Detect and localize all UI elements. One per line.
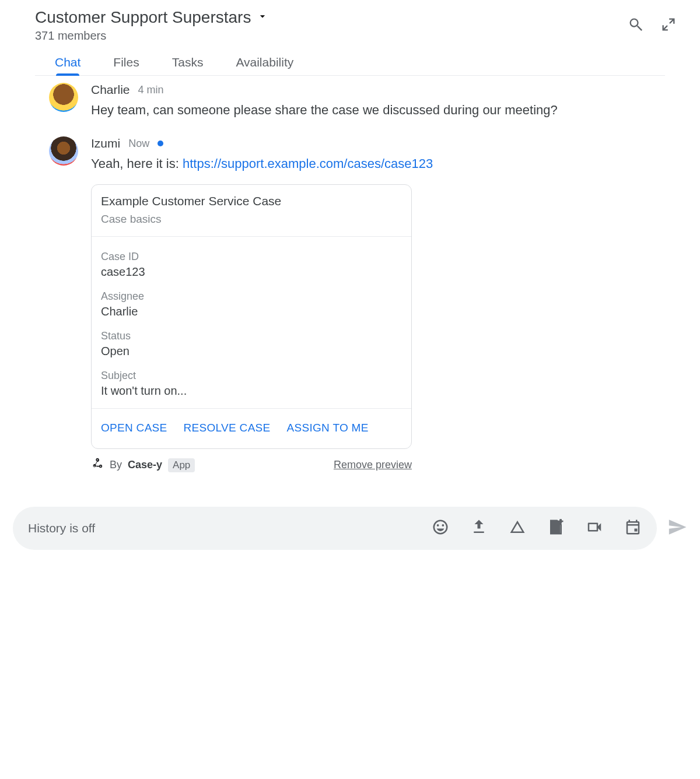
tab-chat[interactable]: Chat [55,55,80,75]
composer-row: History is off [0,489,700,550]
app-name: Case-y [128,459,162,471]
composer-icons [432,518,642,538]
status-dot-icon [158,141,163,146]
card-title: Example Customer Service Case [101,194,402,208]
composer-placeholder: History is off [28,521,427,535]
tab-label: Tasks [172,55,204,69]
emoji-icon[interactable] [432,518,449,538]
new-doc-icon[interactable] [547,518,565,538]
field-label: Status [101,330,402,342]
member-count: 371 members [35,29,665,43]
message-header: Charlie 4 min [91,83,665,97]
webhook-icon [91,457,104,473]
preview-attribution: By Case-y App [91,457,195,473]
message: Izumi Now Yeah, here it is: https://supp… [49,136,665,473]
field-value: Charlie [101,305,402,318]
field-value: It won't turn on... [101,384,402,398]
message-text: Yeah, here it is: https://support.exampl… [91,154,665,174]
field-label: Assignee [101,290,402,303]
room-title-row[interactable]: Customer Support Superstars [35,8,665,27]
app-badge: App [168,458,195,472]
remove-preview-button[interactable]: Remove preview [334,459,412,471]
tab-tasks[interactable]: Tasks [172,55,204,75]
by-text: By [110,459,122,471]
field-label: Case ID [101,251,402,263]
drive-icon[interactable] [509,518,526,538]
message: Charlie 4 min Hey team, can someone plea… [49,83,665,120]
link-preview-card: Example Customer Service Case Case basic… [91,184,412,449]
video-icon[interactable] [586,518,603,538]
avatar[interactable] [49,136,78,166]
upload-icon[interactable] [470,518,488,538]
assign-to-me-button[interactable]: ASSIGN TO ME [287,422,369,434]
preview-footer: By Case-y App Remove preview [91,457,412,473]
message-body: Charlie 4 min Hey team, can someone plea… [91,83,665,120]
tab-label: Availability [236,55,293,69]
tab-files[interactable]: Files [113,55,139,75]
message-list: Charlie 4 min Hey team, can someone plea… [0,76,700,473]
card-field: Assignee Charlie [101,290,402,318]
card-header: Example Customer Service Case Case basic… [92,185,411,237]
case-link[interactable]: https://support.example.com/cases/case12… [183,156,433,171]
search-icon[interactable] [628,16,644,35]
header-actions [628,16,677,35]
open-case-button[interactable]: OPEN CASE [101,422,167,434]
message-time: Now [128,138,149,150]
message-text: Hey team, can someone please share the c… [91,100,665,120]
field-label: Subject [101,370,402,382]
field-value: Open [101,345,402,358]
message-body: Izumi Now Yeah, here it is: https://supp… [91,136,665,473]
tabs: Chat Files Tasks Availability [35,43,665,76]
send-icon[interactable] [667,517,687,539]
chevron-down-icon[interactable] [257,10,268,24]
tab-label: Files [113,55,139,69]
message-author: Izumi [91,136,120,150]
card-subtitle: Case basics [101,213,402,226]
card-field: Status Open [101,330,402,358]
room-header: Customer Support Superstars 371 members … [0,0,700,76]
card-body: Case ID case123 Assignee Charlie Status … [92,237,411,408]
card-field: Subject It won't turn on... [101,370,402,398]
field-value: case123 [101,265,402,279]
room-title: Customer Support Superstars [35,8,251,27]
tab-label: Chat [55,55,80,69]
message-author: Charlie [91,83,130,97]
card-actions: OPEN CASE RESOLVE CASE ASSIGN TO ME [92,408,411,448]
message-text-prefix: Yeah, here it is: [91,156,183,171]
card-field: Case ID case123 [101,251,402,279]
message-composer[interactable]: History is off [13,507,657,550]
resolve-case-button[interactable]: RESOLVE CASE [184,422,271,434]
message-header: Izumi Now [91,136,665,150]
tab-availability[interactable]: Availability [236,55,293,75]
message-time: 4 min [138,84,164,96]
calendar-icon[interactable] [624,518,642,538]
avatar[interactable] [49,83,78,112]
collapse-icon[interactable] [660,16,677,35]
